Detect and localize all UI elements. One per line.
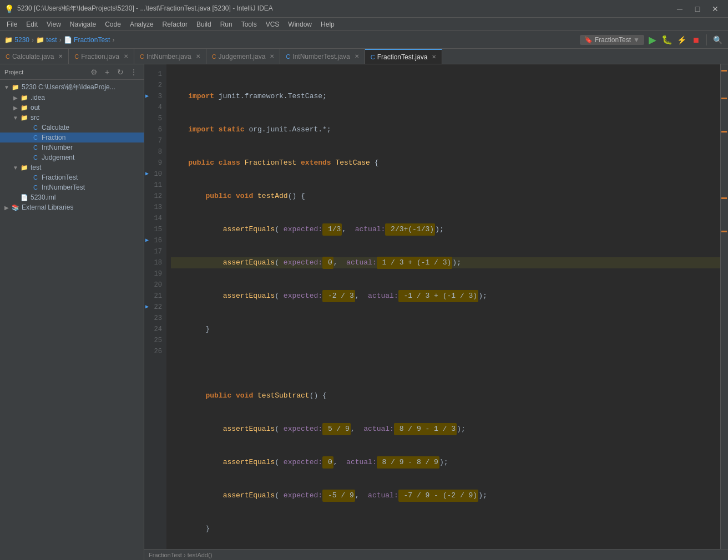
code-line-2: import static org.junit.Assert.*; [171,124,720,135]
scroll-mark [721,131,727,133]
code-line-8: } [171,324,720,335]
code-line-5: assertEquals( expected: 1/3, actual: 2/3… [171,224,720,235]
code-line-10: public void testSubtract() { [171,390,720,401]
sync-icon[interactable]: ↻ [115,67,126,78]
tree-src[interactable]: ▼ 📁 src [0,113,144,123]
menu-build[interactable]: Build [192,19,216,29]
stop-button[interactable]: ⏹ [690,34,702,46]
close-tab-intnumber[interactable]: ✕ [196,53,200,59]
menu-file[interactable]: File [2,19,22,29]
tab-intnumber[interactable]: C IntNumber.java ✕ [134,49,206,64]
code-line-7: assertEquals( expected: -2 / 3, actual: … [171,291,720,302]
code-area[interactable]: 1 2 ▶3 4 5 6 7 8 9 ▶10 11 12 13 14 15 [144,64,728,549]
tree-test[interactable]: ▼ 📁 test [0,162,144,172]
menu-bar: File Edit View Navigate Code Analyze Ref… [0,18,728,31]
editor-breadcrumb: FractionTest › testAdd() [144,549,728,560]
tab-fractiontest[interactable]: C FractionTest.java ✕ [365,49,443,64]
scroll-mark [721,70,727,72]
scroll-mark [721,197,727,199]
tab-calculate[interactable]: C Calculate.java ✕ [0,49,69,64]
code-line-6: assertEquals( expected: 0, actual: 1 / 3… [171,257,720,268]
tree-judgement[interactable]: ▶ C Judgement [0,152,144,162]
toolbar-right: 🔖 FractionTest ▼ ▶ 🐛 ⚡ ⏹ 🔍 [580,34,724,46]
minimize-button[interactable]: ─ [671,3,688,14]
gear-icon[interactable]: ⋮ [128,67,139,78]
menu-navigate[interactable]: Navigate [65,19,100,29]
code-line-13: assertEquals( expected: -5 / 9, actual: … [171,490,720,501]
menu-analyze[interactable]: Analyze [125,19,158,29]
run-button[interactable]: ▶ [646,34,659,46]
editor-scrollbar[interactable] [720,64,728,549]
tree-intnumber[interactable]: ▶ C IntNumber [0,142,144,152]
menu-refactor[interactable]: Refactor [158,19,192,29]
java-icon: C [74,53,79,60]
test-icon: C [371,54,375,60]
line-numbers: 1 2 ▶3 4 5 6 7 8 9 ▶10 11 12 13 14 15 [144,64,166,549]
tree-root[interactable]: ▼ 📁 5230 C:\Users\锦年\IdeaProje... [0,82,144,93]
tree-fraction[interactable]: ▶ C Fraction [0,133,144,142]
close-tab-intnumbertest[interactable]: ✕ [355,53,359,59]
project-name[interactable]: 📁 5230 [4,36,29,44]
menu-view[interactable]: View [42,19,65,29]
code-line-9 [171,357,720,368]
sidebar-header: Project ⚙ + ↻ ⋮ [0,64,144,80]
code-line-12: assertEquals( expected: 0, actual: 8 / 9… [171,457,720,468]
run-coverage-button[interactable]: ⚡ [675,34,687,46]
close-button[interactable]: ✕ [707,3,724,14]
tree-intnumbertest[interactable]: ▶ C IntNumberTest [0,182,144,192]
debug-button[interactable]: 🐛 [661,34,673,46]
tab-judgement[interactable]: C Judgement.java ✕ [206,49,281,64]
scroll-mark [721,98,727,99]
maximize-button[interactable]: □ [689,3,706,14]
main-toolbar: 📁 5230 › 📁 test › 📄 FractionTest › 🔖 Fra… [0,31,728,49]
close-tab-judgement[interactable]: ✕ [270,53,274,59]
close-tab-calculate[interactable]: ✕ [58,53,63,59]
title-text: 5230 [C:\Users\锦年\IdeaProjects\5230] - .… [17,4,671,13]
tree-calculate[interactable]: ▶ C Calculate [0,123,144,133]
test-icon: C [286,53,290,60]
java-icon: C [212,53,216,60]
tab-intnumbertest[interactable]: C IntNumberTest.java ✕ [280,49,365,64]
project-sidebar: Project ⚙ + ↻ ⋮ ▼ 📁 5230 C:\Users\锦年\Ide… [0,64,144,560]
code-editor: 1 2 ▶3 4 5 6 7 8 9 ▶10 11 12 13 14 15 [144,64,728,560]
add-icon[interactable]: + [102,67,113,78]
java-icon: C [140,53,144,60]
menu-code[interactable]: Code [100,19,125,29]
code-line-11: assertEquals( expected: 5 / 9, actual: 8… [171,424,720,435]
close-tab-fraction[interactable]: ✕ [124,53,128,59]
code-line-1: import junit.framework.TestCase; [171,91,720,102]
menu-vcs[interactable]: VCS [261,19,284,29]
menu-window[interactable]: Window [284,19,316,29]
menu-edit[interactable]: Edit [22,19,42,29]
search-button[interactable]: 🔍 [711,34,724,46]
run-config-selector[interactable]: 🔖 FractionTest ▼ [580,35,644,45]
tree-out[interactable]: ▶ 📁 out [0,103,144,113]
settings-icon[interactable]: ⚙ [88,67,99,78]
tab-fraction[interactable]: C Fraction.java ✕ [69,49,134,64]
breadcrumb-test[interactable]: 📁 test [36,36,57,44]
tree-external-libs[interactable]: ▶ 📚 External Libraries [0,202,144,212]
breadcrumb-file[interactable]: 📄 FractionTest [64,36,110,44]
tree-iml[interactable]: ▶ 📄 5230.iml [0,192,144,202]
scroll-mark [721,231,727,232]
close-tab-fractiontest[interactable]: ✕ [432,54,436,60]
menu-tools[interactable]: Tools [237,19,261,29]
code-content[interactable]: import junit.framework.TestCase; import … [166,64,720,549]
tree-fractiontest[interactable]: ▶ C FractionTest [0,172,144,182]
project-tree: ▼ 📁 5230 C:\Users\锦年\IdeaProje... ▶ 📁 .i… [0,80,144,560]
java-icon: C [6,53,10,60]
file-tabs: C Calculate.java ✕ C Fraction.java ✕ C I… [0,49,728,64]
menu-run[interactable]: Run [216,19,237,29]
code-line-3: public class FractionTest extends TestCa… [171,157,720,169]
code-line-14: } [171,523,720,534]
menu-help[interactable]: Help [316,19,339,29]
project-breadcrumb: 📁 5230 › 📁 test › 📄 FractionTest › [4,36,114,44]
code-line-4: public void testAdd() { [171,191,720,202]
main-content: Project ⚙ + ↻ ⋮ ▼ 📁 5230 C:\Users\锦年\Ide… [0,64,728,560]
tree-idea[interactable]: ▶ 📁 .idea [0,93,144,103]
app-icon: 💡 [4,4,14,13]
sidebar-title: Project [4,69,86,75]
title-bar: 💡 5230 [C:\Users\锦年\IdeaProjects\5230] -… [0,0,728,18]
